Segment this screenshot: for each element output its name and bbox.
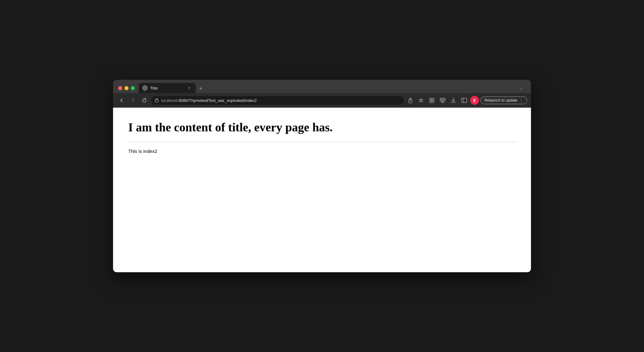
more-icon: ⋮	[519, 98, 523, 103]
sidebar-button[interactable]	[459, 96, 469, 105]
close-button[interactable]	[118, 86, 122, 90]
relaunch-label: Relaunch to update	[484, 98, 517, 103]
svg-rect-5	[430, 98, 432, 100]
reload-button[interactable]	[140, 96, 149, 105]
page-heading: I am the content of title, every page ha…	[128, 120, 516, 134]
svg-rect-3	[155, 100, 158, 102]
svg-rect-9	[440, 98, 445, 101]
media-router-button[interactable]	[438, 96, 447, 105]
url-display: localhost:8080/ThymeleafTest_war_explode…	[161, 98, 400, 103]
relaunch-button[interactable]: Relaunch to update ⋮	[480, 97, 527, 104]
download-button[interactable]	[449, 96, 458, 105]
url-path: 8080/ThymeleafTest_war_exploded/index2	[179, 98, 257, 103]
bookmark-button[interactable]	[416, 96, 426, 105]
traffic-lights	[118, 86, 135, 90]
svg-rect-6	[432, 98, 434, 100]
svg-rect-8	[432, 101, 434, 103]
svg-rect-10	[462, 98, 467, 103]
address-bar[interactable]: localhost:8080/ThymeleafTest_war_explode…	[151, 96, 404, 105]
title-bar: Title × + ›	[113, 80, 531, 93]
lock-icon	[155, 98, 159, 103]
tabs-area: Title × + ›	[139, 83, 526, 93]
maximize-button[interactable]	[131, 86, 135, 90]
tab-close-button[interactable]: ×	[187, 85, 192, 91]
profile-letter: E	[473, 98, 476, 103]
nav-bar: localhost:8080/ThymeleafTest_war_explode…	[113, 93, 531, 108]
tab-title: Title	[150, 86, 184, 91]
browser-window: Title × + ›	[113, 80, 531, 272]
page-body-text: This is index2	[128, 148, 516, 154]
minimize-button[interactable]	[124, 86, 129, 90]
active-tab[interactable]: Title ×	[139, 83, 196, 93]
tabs-expand-button[interactable]: ›	[517, 84, 526, 93]
new-tab-button[interactable]: +	[196, 84, 205, 93]
page-content: I am the content of title, every page ha…	[113, 108, 531, 272]
extensions-button[interactable]	[427, 96, 437, 105]
tab-favicon	[142, 85, 148, 91]
share-button[interactable]	[406, 96, 415, 105]
back-button[interactable]	[117, 96, 126, 105]
url-protocol: localhost:	[161, 98, 179, 103]
page-divider	[128, 142, 516, 142]
profile-button[interactable]: E	[470, 96, 479, 105]
forward-button[interactable]	[128, 96, 138, 105]
svg-rect-7	[430, 101, 432, 103]
nav-actions: E Relaunch to update ⋮	[406, 96, 527, 105]
